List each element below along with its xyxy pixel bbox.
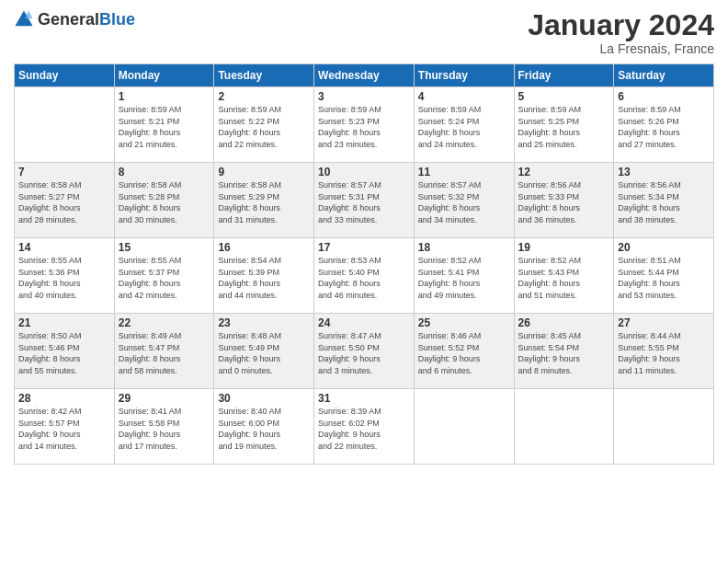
day-number: 2 [218,90,310,103]
cell-info: Sunrise: 8:51 AM Sunset: 5:44 PM Dayligh… [618,255,710,301]
day-number: 29 [119,392,210,405]
day-number: 25 [418,316,510,329]
cell-info: Sunrise: 8:59 AM Sunset: 5:21 PM Dayligh… [119,104,210,150]
cell-info: Sunrise: 8:49 AM Sunset: 5:47 PM Dayligh… [119,330,210,376]
calendar-cell: 1Sunrise: 8:59 AM Sunset: 5:21 PM Daylig… [114,87,214,163]
day-header-saturday: Saturday [614,64,714,87]
calendar-cell: 23Sunrise: 8:48 AM Sunset: 5:49 PM Dayli… [214,314,314,389]
day-header-sunday: Sunday [15,64,115,87]
week-row-4: 21Sunrise: 8:50 AM Sunset: 5:46 PM Dayli… [15,314,714,389]
page: GeneralBlue January 2024 La Fresnais, Fr… [0,0,728,563]
calendar-cell: 27Sunrise: 8:44 AM Sunset: 5:55 PM Dayli… [614,314,714,389]
calendar-cell: 15Sunrise: 8:55 AM Sunset: 5:37 PM Dayli… [114,238,214,314]
calendar-cell: 28Sunrise: 8:42 AM Sunset: 5:57 PM Dayli… [15,389,115,465]
calendar-cell: 16Sunrise: 8:54 AM Sunset: 5:39 PM Dayli… [214,238,314,314]
day-number: 22 [119,316,210,329]
calendar-cell: 29Sunrise: 8:41 AM Sunset: 5:58 PM Dayli… [114,389,214,465]
day-number: 24 [318,316,410,329]
day-number: 8 [119,166,210,178]
logo-icon [14,9,34,29]
day-number: 16 [218,241,310,254]
day-number: 21 [18,316,110,329]
calendar-cell: 12Sunrise: 8:56 AM Sunset: 5:33 PM Dayli… [514,163,614,238]
cell-info: Sunrise: 8:57 AM Sunset: 5:32 PM Dayligh… [418,179,510,225]
cell-info: Sunrise: 8:54 AM Sunset: 5:39 PM Dayligh… [218,255,310,301]
day-number: 20 [618,241,710,254]
day-number: 18 [418,241,510,254]
cell-info: Sunrise: 8:48 AM Sunset: 5:49 PM Dayligh… [218,330,310,376]
day-header-friday: Friday [514,64,614,87]
day-number: 26 [518,316,610,329]
calendar-cell: 26Sunrise: 8:45 AM Sunset: 5:54 PM Dayli… [514,314,614,389]
day-number: 27 [618,316,710,329]
days-header-row: SundayMondayTuesdayWednesdayThursdayFrid… [15,64,714,87]
calendar-cell: 3Sunrise: 8:59 AM Sunset: 5:23 PM Daylig… [314,87,415,163]
cell-info: Sunrise: 8:55 AM Sunset: 5:37 PM Dayligh… [119,255,210,301]
day-number: 13 [618,166,710,178]
header: GeneralBlue January 2024 La Fresnais, Fr… [14,9,714,56]
calendar-cell: 8Sunrise: 8:58 AM Sunset: 5:28 PM Daylig… [114,163,214,238]
cell-info: Sunrise: 8:59 AM Sunset: 5:23 PM Dayligh… [318,104,410,150]
day-number: 9 [218,166,310,178]
day-number: 31 [318,392,410,405]
day-number: 10 [318,166,410,178]
calendar-cell: 2Sunrise: 8:59 AM Sunset: 5:22 PM Daylig… [214,87,314,163]
cell-info: Sunrise: 8:56 AM Sunset: 5:34 PM Dayligh… [618,179,710,225]
cell-info: Sunrise: 8:59 AM Sunset: 5:22 PM Dayligh… [218,104,310,150]
day-header-thursday: Thursday [414,64,514,87]
week-row-2: 7Sunrise: 8:58 AM Sunset: 5:27 PM Daylig… [15,163,714,238]
cell-info: Sunrise: 8:52 AM Sunset: 5:41 PM Dayligh… [418,255,510,301]
logo-blue: Blue [99,10,135,29]
day-header-monday: Monday [114,64,214,87]
cell-info: Sunrise: 8:59 AM Sunset: 5:26 PM Dayligh… [618,104,710,150]
day-number: 15 [119,241,210,254]
cell-info: Sunrise: 8:44 AM Sunset: 5:55 PM Dayligh… [618,330,710,376]
cell-info: Sunrise: 8:53 AM Sunset: 5:40 PM Dayligh… [318,255,410,301]
cell-info: Sunrise: 8:42 AM Sunset: 5:57 PM Dayligh… [18,406,110,452]
day-number: 6 [618,90,710,103]
cell-info: Sunrise: 8:45 AM Sunset: 5:54 PM Dayligh… [518,330,610,376]
cell-info: Sunrise: 8:41 AM Sunset: 5:58 PM Dayligh… [119,406,210,452]
calendar-cell: 25Sunrise: 8:46 AM Sunset: 5:52 PM Dayli… [414,314,514,389]
calendar-table: SundayMondayTuesdayWednesdayThursdayFrid… [14,63,714,465]
calendar-cell: 9Sunrise: 8:58 AM Sunset: 5:29 PM Daylig… [214,163,314,238]
cell-info: Sunrise: 8:40 AM Sunset: 6:00 PM Dayligh… [218,406,310,452]
cell-info: Sunrise: 8:59 AM Sunset: 5:24 PM Dayligh… [418,104,510,150]
day-number: 7 [18,166,110,178]
cell-info: Sunrise: 8:58 AM Sunset: 5:27 PM Dayligh… [18,179,110,225]
calendar-cell: 4Sunrise: 8:59 AM Sunset: 5:24 PM Daylig… [414,87,514,163]
day-number: 5 [518,90,610,103]
day-number: 30 [218,392,310,405]
logo-general: General [38,10,99,29]
calendar-cell: 30Sunrise: 8:40 AM Sunset: 6:00 PM Dayli… [214,389,314,465]
day-number: 3 [318,90,410,103]
calendar-cell [414,389,514,465]
day-header-tuesday: Tuesday [214,64,314,87]
logo: GeneralBlue [14,9,135,29]
day-number: 1 [119,90,210,103]
day-number: 28 [18,392,110,405]
cell-info: Sunrise: 8:47 AM Sunset: 5:50 PM Dayligh… [318,330,410,376]
calendar-cell: 14Sunrise: 8:55 AM Sunset: 5:36 PM Dayli… [15,238,115,314]
calendar-cell: 7Sunrise: 8:58 AM Sunset: 5:27 PM Daylig… [15,163,115,238]
day-number: 23 [218,316,310,329]
day-number: 19 [518,241,610,254]
week-row-5: 28Sunrise: 8:42 AM Sunset: 5:57 PM Dayli… [15,389,714,465]
calendar-cell: 22Sunrise: 8:49 AM Sunset: 5:47 PM Dayli… [114,314,214,389]
cell-info: Sunrise: 8:52 AM Sunset: 5:43 PM Dayligh… [518,255,610,301]
month-title: January 2024 [528,9,714,41]
location-subtitle: La Fresnais, France [528,41,714,56]
cell-info: Sunrise: 8:59 AM Sunset: 5:25 PM Dayligh… [518,104,610,150]
cell-info: Sunrise: 8:58 AM Sunset: 5:28 PM Dayligh… [119,179,210,225]
calendar-cell: 11Sunrise: 8:57 AM Sunset: 5:32 PM Dayli… [414,163,514,238]
calendar-cell: 18Sunrise: 8:52 AM Sunset: 5:41 PM Dayli… [414,238,514,314]
calendar-cell: 20Sunrise: 8:51 AM Sunset: 5:44 PM Dayli… [614,238,714,314]
day-number: 12 [518,166,610,178]
calendar-cell: 5Sunrise: 8:59 AM Sunset: 5:25 PM Daylig… [514,87,614,163]
calendar-cell: 19Sunrise: 8:52 AM Sunset: 5:43 PM Dayli… [514,238,614,314]
day-number: 11 [418,166,510,178]
day-number: 4 [418,90,510,103]
calendar-cell [614,389,714,465]
title-block: January 2024 La Fresnais, France [528,9,714,56]
calendar-cell: 31Sunrise: 8:39 AM Sunset: 6:02 PM Dayli… [314,389,415,465]
